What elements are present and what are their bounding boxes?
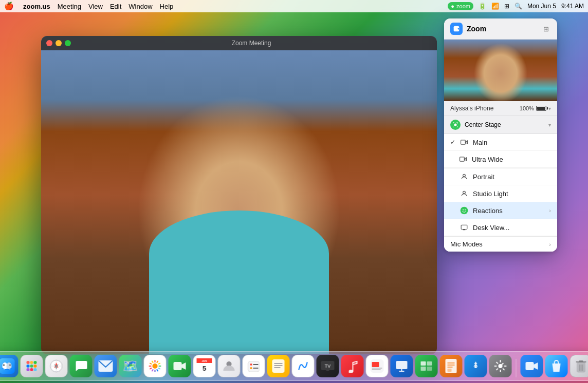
menu-item-mic-modes[interactable]: Mic Modes › [444, 237, 557, 252]
dock-zoom[interactable] [521, 355, 543, 377]
dock-pages[interactable] [440, 355, 463, 377]
svg-rect-32 [156, 360, 158, 363]
svg-point-14 [27, 361, 30, 364]
dock-messages[interactable] [70, 355, 93, 377]
menu-item-desk-view-label: Desk View... [473, 224, 551, 232]
dock-launchpad[interactable] [21, 355, 43, 377]
dock-appstore[interactable] [465, 355, 487, 377]
wifi-menubar-icon: 📶 [491, 3, 499, 10]
dock-settings[interactable] [489, 355, 512, 377]
search-menubar-icon[interactable]: 🔍 [514, 3, 522, 10]
menubar: 🍎 zoom.us Meeting View Edit Window Help … [0, 0, 588, 12]
menu-item-reactions-label: Reactions [473, 207, 549, 215]
panel-settings-icon[interactable]: ⊞ [541, 24, 551, 34]
svg-point-18 [30, 365, 33, 368]
zoom-logo-icon [450, 23, 463, 35]
dock-numbers[interactable] [415, 355, 438, 377]
dock-facetime[interactable] [169, 355, 191, 377]
mic-modes-label: Mic Modes [450, 240, 549, 248]
svg-point-7 [465, 209, 466, 210]
svg-point-21 [30, 368, 33, 371]
menu-item-portrait-label: Portrait [473, 173, 551, 181]
zoom-indicator-label: zoom [456, 3, 470, 9]
fullscreen-button[interactable] [65, 40, 71, 46]
dock-keynote[interactable] [391, 355, 413, 377]
window-title: Zoom Meeting [71, 40, 432, 47]
thumbnail-video [444, 40, 557, 101]
apple-menu[interactable]: 🍎 [4, 2, 14, 11]
menubar-edit[interactable]: Edit [110, 3, 121, 10]
svg-point-13 [9, 365, 11, 366]
menu-item-desk-view[interactable]: ✓ Desk View... [444, 219, 557, 236]
minimize-button[interactable] [56, 40, 62, 46]
svg-rect-39 [150, 368, 152, 370]
menubar-help[interactable]: Help [160, 3, 174, 10]
battery-menubar-icon: 🔋 [479, 3, 486, 10]
device-chevron-icon: ▾ [548, 106, 551, 111]
desk-view-icon [460, 223, 469, 232]
dock: 🗺️ [0, 351, 588, 381]
panel-app-name: Zoom [467, 25, 541, 33]
dock-safari[interactable] [45, 355, 68, 377]
device-row[interactable]: Alyssa's iPhone 100% ▾ [444, 101, 557, 116]
dock-freeform[interactable] [292, 355, 315, 377]
camera-options-section: ✓ Main Ultra Wide ✓ [444, 134, 557, 252]
svg-point-52 [250, 363, 252, 366]
menubar-window[interactable]: Window [128, 3, 152, 10]
close-button[interactable] [46, 40, 52, 46]
studio-light-icon [460, 189, 469, 198]
svg-rect-66 [396, 361, 408, 369]
menubar-date: Mon Jun 5 [527, 3, 556, 10]
svg-rect-8 [461, 225, 467, 229]
dock-contacts[interactable] [218, 355, 241, 377]
menu-item-main[interactable]: ✓ Main [444, 134, 557, 151]
menu-item-portrait[interactable]: ✓ Portrait [444, 168, 557, 185]
svg-text:TV: TV [325, 363, 331, 369]
menu-item-studio-light[interactable]: ✓ Studio Light [444, 185, 557, 202]
menu-item-reactions[interactable]: ✓ Reactions › [444, 202, 557, 219]
menu-item-ultra-wide[interactable]: Ultra Wide [444, 151, 557, 168]
dock-finder[interactable] [0, 355, 19, 377]
svg-rect-42 [152, 360, 154, 363]
svg-rect-72 [427, 367, 432, 371]
dock-appletv[interactable]: TV [317, 355, 339, 377]
battery-percent: 100% [520, 105, 534, 111]
dock-news[interactable] [366, 355, 389, 377]
svg-point-53 [250, 367, 252, 369]
center-stage-icon [450, 120, 461, 130]
dock-reminders[interactable] [243, 355, 265, 377]
svg-point-12 [3, 365, 5, 366]
menu-item-ultra-wide-label: Ultra Wide [472, 156, 551, 163]
center-stage-label: Center Stage [465, 121, 501, 128]
svg-rect-1 [461, 140, 466, 144]
zoom-menu-bar-indicator[interactable]: ● zoom [448, 2, 473, 10]
dock-calendar[interactable]: 5 JUN [193, 355, 216, 377]
svg-point-5 [461, 207, 468, 215]
dock-store[interactable] [545, 355, 568, 377]
svg-rect-71 [421, 367, 426, 371]
video-frame [41, 36, 437, 354]
dock-maps[interactable]: 🗺️ [119, 355, 142, 377]
portrait-icon [460, 172, 469, 181]
svg-point-3 [463, 174, 466, 177]
svg-rect-77 [448, 369, 452, 372]
menubar-view[interactable]: View [88, 3, 103, 10]
dock-music[interactable] [341, 355, 364, 377]
window-titlebar: Zoom Meeting [41, 36, 437, 50]
dock-photos[interactable] [144, 355, 167, 377]
svg-rect-38 [152, 369, 154, 372]
center-stage-row[interactable]: Center Stage ▾ [444, 116, 557, 134]
control-center-icon[interactable]: ⊞ [504, 3, 509, 10]
menubar-app-name[interactable]: zoom.us [23, 3, 50, 10]
panel-header: Zoom ⊞ [444, 18, 557, 40]
dock-mail[interactable] [95, 355, 117, 377]
reactions-icon [460, 206, 469, 215]
device-name: Alyssa's iPhone [450, 105, 493, 112]
checkmark-icon: ✓ [450, 139, 457, 146]
dock-notes[interactable] [267, 355, 290, 377]
menubar-meeting[interactable]: Meeting [58, 3, 81, 10]
svg-rect-2 [460, 157, 465, 161]
svg-rect-31 [155, 360, 156, 362]
menu-item-main-label: Main [473, 139, 551, 146]
dock-trash[interactable] [570, 355, 589, 377]
